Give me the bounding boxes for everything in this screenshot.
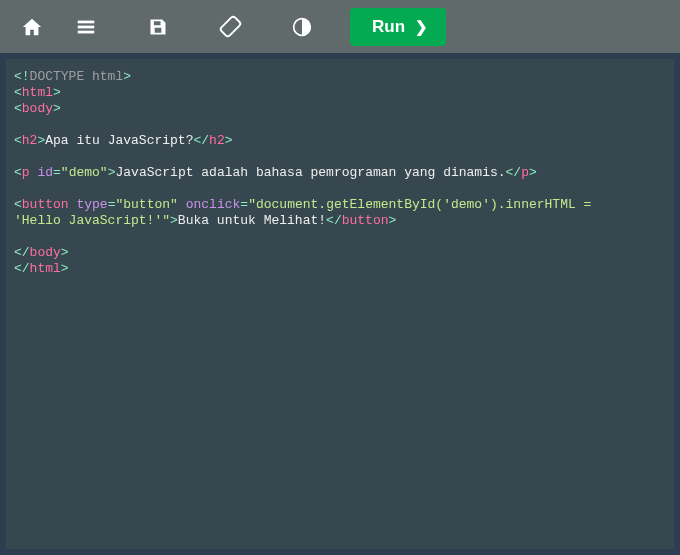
run-button-label: Run [372, 17, 405, 37]
svg-rect-3 [219, 16, 241, 38]
rotate-icon [219, 15, 242, 38]
code-editor[interactable]: <!DOCTYPE html> <html> <body> <h2>Apa it… [6, 59, 674, 549]
run-button[interactable]: Run ❯ [350, 8, 446, 46]
editor-container: <!DOCTYPE html> <html> <body> <h2>Apa it… [0, 53, 680, 555]
contrast-icon [292, 17, 312, 37]
svg-rect-2 [78, 30, 95, 33]
svg-rect-0 [78, 20, 95, 23]
menu-button[interactable] [62, 7, 110, 47]
home-icon [21, 16, 43, 38]
svg-rect-1 [78, 25, 95, 28]
menu-icon [75, 16, 97, 38]
save-button[interactable] [134, 7, 182, 47]
home-button[interactable] [8, 7, 56, 47]
toolbar: Run ❯ [0, 0, 680, 53]
theme-button[interactable] [278, 7, 326, 47]
rotate-button[interactable] [206, 7, 254, 47]
save-icon [148, 17, 168, 37]
chevron-right-icon: ❯ [415, 18, 428, 36]
